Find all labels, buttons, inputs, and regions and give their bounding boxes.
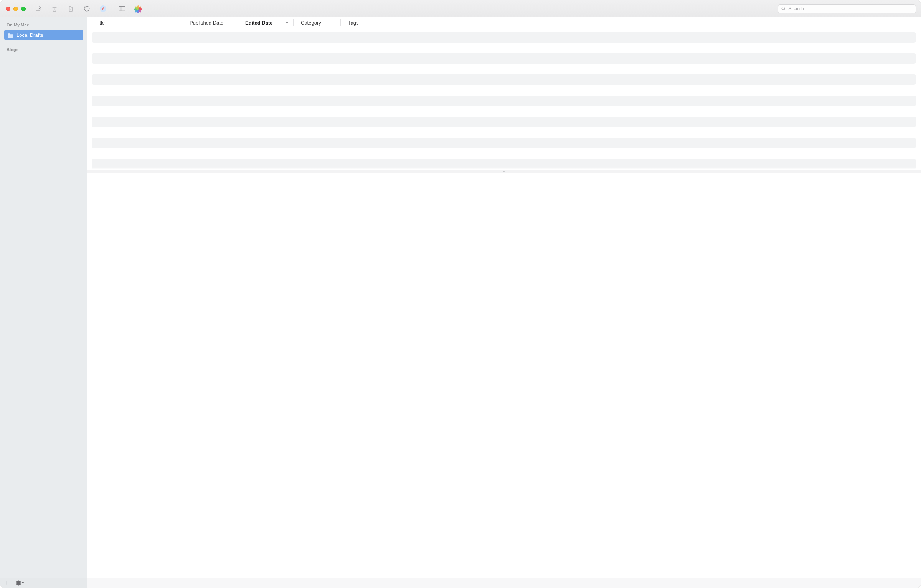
sort-indicator (282, 20, 289, 26)
column-spacer (388, 17, 921, 28)
sidebar: On My Mac Local Drafts Blogs (0, 17, 87, 588)
sidebar-content: On My Mac Local Drafts Blogs (0, 17, 87, 578)
trash-icon (51, 5, 58, 12)
document-icon (68, 5, 74, 12)
posts-list[interactable] (87, 28, 921, 170)
toolbar-group-file (34, 5, 107, 13)
sidebar-item-label: Local Drafts (17, 32, 43, 38)
sidebar-section-blogs[interactable]: Blogs (4, 46, 83, 54)
list-fade (87, 167, 921, 170)
posts-list-inner (87, 28, 921, 170)
search-field[interactable] (778, 4, 916, 13)
window-body: On My Mac Local Drafts Blogs (0, 17, 921, 588)
list-row-placeholder (92, 32, 916, 43)
list-row-placeholder (92, 74, 916, 85)
list-row-placeholder (92, 138, 916, 148)
app-window: On My Mac Local Drafts Blogs (0, 0, 921, 588)
column-title[interactable]: Title (87, 17, 182, 28)
column-edited-date[interactable]: Edited Date (238, 17, 293, 28)
chevron-down-icon (21, 581, 24, 584)
svg-rect-1 (119, 7, 125, 11)
sidebar-icon (118, 6, 126, 12)
refresh-button[interactable] (83, 5, 91, 13)
minimize-window-button[interactable] (13, 7, 18, 11)
main-area: Title Published Date Edited Date Categor… (87, 17, 921, 588)
gear-icon (16, 580, 21, 586)
svg-point-3 (782, 7, 784, 10)
photos-button[interactable] (134, 5, 142, 13)
split-handle[interactable] (87, 170, 921, 173)
zoom-window-button[interactable] (21, 7, 26, 11)
list-row-placeholder (92, 96, 916, 106)
sidebar-item-local-drafts[interactable]: Local Drafts (4, 30, 83, 40)
preview-button[interactable] (66, 5, 75, 13)
safari-icon (100, 5, 106, 12)
toggle-sidebar-button[interactable] (118, 5, 126, 13)
split-dot-icon (503, 171, 505, 172)
open-in-safari-button[interactable] (99, 5, 107, 13)
main-footer (87, 578, 921, 588)
svg-line-4 (784, 9, 785, 10)
chevron-down-icon (285, 21, 289, 25)
column-published-date[interactable]: Published Date (182, 17, 238, 28)
photos-icon (135, 5, 142, 12)
window-controls (6, 7, 26, 11)
column-category[interactable]: Category (293, 17, 340, 28)
sidebar-footer (0, 578, 87, 588)
svg-rect-5 (8, 34, 13, 38)
plus-icon (4, 580, 9, 585)
close-window-button[interactable] (6, 7, 10, 11)
column-tags[interactable]: Tags (340, 17, 388, 28)
compose-button[interactable] (34, 5, 43, 13)
search-input[interactable] (788, 6, 913, 12)
column-headers: Title Published Date Edited Date Categor… (87, 17, 921, 28)
column-edited-date-label: Edited Date (245, 20, 273, 26)
search-icon (781, 6, 786, 11)
folder-icon (7, 33, 14, 38)
titlebar (0, 0, 921, 17)
sidebar-section-on-my-mac[interactable]: On My Mac (4, 21, 83, 30)
list-row-placeholder (92, 117, 916, 127)
trash-button[interactable] (50, 5, 59, 13)
compose-icon (35, 5, 42, 12)
sidebar-settings-button[interactable] (13, 578, 26, 588)
editor-area[interactable] (87, 173, 921, 578)
refresh-icon (84, 5, 90, 12)
toolbar-group-view (118, 5, 142, 13)
sidebar-add-button[interactable] (0, 578, 13, 588)
list-row-placeholder (92, 53, 916, 64)
